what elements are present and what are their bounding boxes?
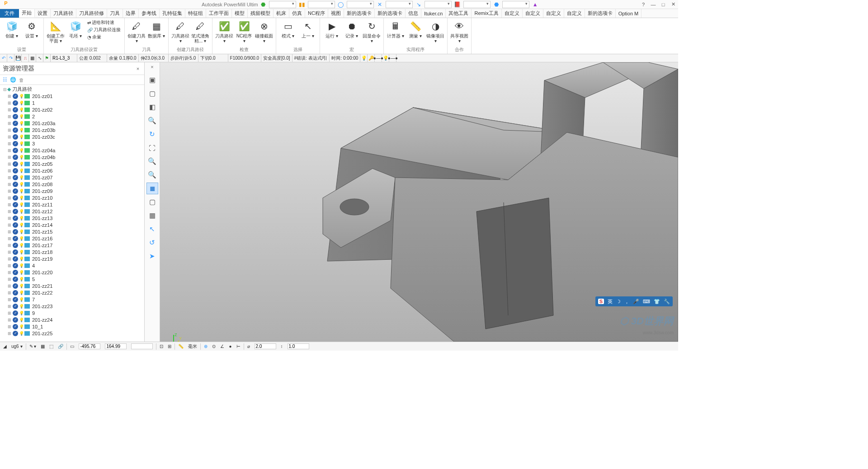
tree-item[interactable]: ⊞✓💡201-zz12 [0,208,144,215]
ribbon-button[interactable]: ▶运行 ▾ [323,19,341,39]
bulb-icon[interactable]: 💡 [19,230,24,234]
axis-icon[interactable]: ⤡ [36,54,43,62]
tree-item[interactable]: ⊞✓💡201-zz20 [0,269,144,276]
check-icon[interactable]: ✓ [13,188,18,194]
menu-tab[interactable]: 参考线 [139,9,160,18]
status-select-icon[interactable]: ⬚ [48,344,55,349]
status-center-icon[interactable]: ⊙ [211,344,217,349]
menu-tab[interactable]: Ituker.cn [421,9,446,18]
explorer-tree[interactable]: ⊟◆ 刀具路径 ⊞✓💡201-zz01⊞✓💡1⊞✓💡201-zz02⊞✓💡2⊞✓… [0,85,144,342]
ime-tool-icon[interactable]: 🔧 [664,299,670,305]
check-icon[interactable]: ✓ [13,270,18,275]
maximize-button[interactable]: □ [658,0,668,9]
menu-tab[interactable]: 视图 [328,9,344,18]
tree-item[interactable]: ⊞✓💡201-zz22 [0,289,144,296]
tree-item[interactable]: ⊞✓💡3 [0,140,144,147]
menu-tab[interactable]: 特征组 [185,9,206,18]
undo-icon[interactable]: ↶ [0,54,7,62]
bulb-icon[interactable]: 💡 [19,216,24,220]
tree-item[interactable]: ⊞✓💡201-zz09 [0,188,144,194]
bulb-icon[interactable]: 💡 [19,162,24,166]
ime-moon-icon[interactable]: ☽ [616,299,621,305]
menu-tab[interactable]: 自定义 [523,9,543,18]
bulb-icon[interactable]: 💡 [19,270,24,275]
trash-icon[interactable]: 🗑 [19,77,24,83]
check-icon[interactable]: ✓ [13,94,18,99]
ribbon-button[interactable]: 🖊笔式清角精... ▾ [191,19,209,44]
tree-item[interactable]: ⊞✓💡201-zz04a [0,147,144,154]
menu-tab[interactable]: 自定义 [543,9,564,18]
zoom-area-icon[interactable]: 🔍 [146,155,158,167]
check-icon[interactable]: ✓ [13,209,18,214]
tree-item[interactable]: ⊞✓💡201-zz13 [0,215,144,221]
ime-s-icon[interactable]: S [598,299,604,304]
menu-tab[interactable]: 自定义 [564,9,585,18]
tree-item[interactable]: ⊞✓💡4 [0,262,144,269]
menu-tab[interactable]: 其他工具 [446,9,472,18]
menu-tab[interactable]: Remix工具 [472,9,501,18]
tree-item[interactable]: ⊞✓💡201-zz23 [0,303,144,310]
connect-icon[interactable]: ⎍ [22,54,29,62]
ime-kbd-icon[interactable]: ⌨ [643,299,650,305]
minimize-button[interactable]: — [648,0,658,9]
tree-item[interactable]: ⊞✓💡201-zz17 [0,242,144,249]
flag-icon[interactable]: ⚑ [43,54,51,62]
bulb-icon[interactable]: 💡 [19,108,24,112]
tree-item[interactable]: ⊞✓💡201-zz03b [0,127,144,133]
status-plane[interactable]: ug6 ▾ [10,344,24,349]
info-cell[interactable]: #错误: 表达式/引 [292,54,330,62]
wire2-icon[interactable]: ▦ [146,210,158,221]
dot-icon[interactable]: ●—● [375,54,382,62]
check-icon[interactable]: ✓ [13,127,18,133]
bulb-icon[interactable]: 💡 [19,175,24,180]
status-plane-icon[interactable]: ◢ [2,344,8,349]
bulb-icon[interactable]: 💡 [19,257,24,261]
bulb-icon[interactable]: 💡 [19,128,24,132]
wire-icon[interactable]: ▢ [146,196,158,208]
ribbon-button[interactable]: ◑镜像项目 ▾ [426,19,444,44]
tree-root[interactable]: ⊟◆ 刀具路径 [0,86,144,93]
bulb-icon[interactable]: 💡 [19,284,24,288]
info-cell[interactable]: 步距/行距5.0 [169,54,198,62]
check-icon[interactable]: ✓ [13,100,18,106]
status-z-field[interactable] [131,343,153,349]
ribbon-button[interactable]: 🧊创建 ▾ [3,19,21,39]
qat-icon[interactable]: ✕ [376,1,384,8]
status-link-icon[interactable]: 🔗 [57,344,65,349]
shade-icon[interactable]: ◼ [146,183,158,194]
bulb-icon[interactable]: 💡 [19,243,24,248]
tree-item[interactable]: ⊞✓💡7 [0,296,144,303]
rotate-icon[interactable]: ↺ [146,237,158,249]
bulb-icon[interactable]: 💡 [19,291,24,295]
cursor-icon[interactable]: ➤ [146,250,158,262]
bulb-icon[interactable]: 💡 [19,236,24,241]
bulb-icon[interactable]: 💡 [19,155,24,159]
check-icon[interactable]: ✓ [13,317,18,323]
viewport-3d[interactable]: ZXY S 英 ☽ ， 🎤 ⌨ 👕 🔧 ⬡ 3D世界网 www.3dsw.com [160,62,678,342]
tree-item[interactable]: ⊞✓💡201-zz18 [0,249,144,255]
bulb-icon[interactable]: 💡 [19,101,24,105]
status-angle-icon[interactable]: ∠ [219,344,226,349]
globe-icon[interactable]: 🌐 [10,77,16,83]
menu-tab[interactable]: 新的选项卡 [375,9,406,18]
check-icon[interactable]: ✓ [13,290,18,295]
bulb-icon[interactable]: 💡 [19,202,24,207]
view-cube2-icon[interactable]: ◧ [146,101,158,113]
bulb-icon[interactable]: 💡 [19,263,24,268]
bulb-icon[interactable]: 💡 [19,311,24,315]
ribbon-small-button[interactable]: 🔗刀具路径连接 [86,26,122,33]
info-cell[interactable]: 时间: 0:00:00 [330,54,360,62]
tree-item[interactable]: ⊞✓💡201-zz01 [0,93,144,99]
tree-item[interactable]: ⊞✓💡5 [0,276,144,282]
check-icon[interactable]: ✓ [13,310,18,316]
help-button[interactable]: ? [638,0,648,9]
ribbon-button[interactable]: 👁共享视图 ▾ [450,19,468,44]
save-icon[interactable]: 💾 [14,54,22,62]
info-cell[interactable]: 余量 0.1厚0.0 [107,54,139,62]
ribbon-button[interactable]: ▭模式 ▾ [279,19,297,39]
check-icon[interactable]: ✓ [13,222,18,228]
check-icon[interactable]: ✓ [13,229,18,234]
bulb-icon[interactable]: 💡 [19,331,24,336]
info-cell[interactable]: 公差 0.002 [77,54,107,62]
check-icon[interactable]: ✓ [13,263,18,268]
